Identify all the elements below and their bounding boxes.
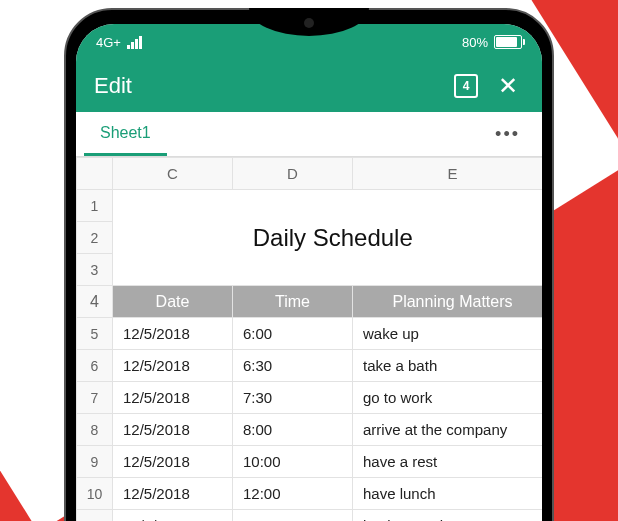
- column-header[interactable]: C: [113, 158, 233, 190]
- table-row: 1 Daily Schedule: [77, 190, 543, 222]
- sheet-title-cell[interactable]: Daily Schedule: [113, 190, 543, 286]
- battery-icon: [494, 35, 522, 49]
- table-row: 5 12/5/2018 6:00 wake up: [77, 318, 543, 350]
- header-matters[interactable]: Planning Matters: [353, 286, 543, 318]
- row-header[interactable]: 5: [77, 318, 113, 350]
- signal-icon: [127, 36, 142, 49]
- cell-date[interactable]: 12/5/2018: [113, 318, 233, 350]
- corner-cell[interactable]: [77, 158, 113, 190]
- row-header[interactable]: 1: [77, 190, 113, 222]
- tab-count-button[interactable]: 4: [450, 70, 482, 102]
- cell-matters[interactable]: take a bath: [353, 350, 543, 382]
- row-header[interactable]: 4: [77, 286, 113, 318]
- table-row: 10 12/5/2018 12:00 have lunch: [77, 478, 543, 510]
- phone-screen: 4G+ 80% Edit 4 ✕ Sheet1 •••: [76, 24, 542, 521]
- header-title: Edit: [94, 73, 440, 99]
- row-header[interactable]: 7: [77, 382, 113, 414]
- battery-label: 80%: [462, 35, 488, 50]
- cell-time[interactable]: 7:30: [233, 382, 353, 414]
- cell-matters[interactable]: go to work: [353, 382, 543, 414]
- column-header[interactable]: E: [353, 158, 543, 190]
- cell-time[interactable]: 8:00: [233, 414, 353, 446]
- table-row: 7 12/5/2018 7:30 go to work: [77, 382, 543, 414]
- close-icon: ✕: [498, 74, 518, 98]
- cell-matters[interactable]: arrive at the company: [353, 414, 543, 446]
- cell-matters[interactable]: have lunch: [353, 478, 543, 510]
- cell-time[interactable]: 10:00: [233, 446, 353, 478]
- cell-time[interactable]: 6:30: [233, 350, 353, 382]
- cell-date[interactable]: 12/5/2018: [113, 478, 233, 510]
- table-row: 11 12/5/2018 13:00 back to work: [77, 510, 543, 522]
- cell-matters[interactable]: have a rest: [353, 446, 543, 478]
- table-header-row: 4 Date Time Planning Matters: [77, 286, 543, 318]
- cell-time[interactable]: 12:00: [233, 478, 353, 510]
- cell-date[interactable]: 12/5/2018: [113, 382, 233, 414]
- cell-date[interactable]: 12/5/2018: [113, 350, 233, 382]
- app-header: Edit 4 ✕: [76, 60, 542, 112]
- more-icon: •••: [495, 124, 520, 145]
- sheet-tab-bar: Sheet1 •••: [76, 112, 542, 157]
- header-time[interactable]: Time: [233, 286, 353, 318]
- spreadsheet-grid[interactable]: C D E 1 Daily Schedule 2 3: [76, 157, 542, 521]
- table-row: 8 12/5/2018 8:00 arrive at the company: [77, 414, 543, 446]
- row-header[interactable]: 9: [77, 446, 113, 478]
- sheet-tab-active[interactable]: Sheet1: [84, 112, 167, 156]
- cell-time[interactable]: 13:00: [233, 510, 353, 522]
- cell-date[interactable]: 12/5/2018: [113, 510, 233, 522]
- row-header[interactable]: 3: [77, 254, 113, 286]
- header-date[interactable]: Date: [113, 286, 233, 318]
- close-button[interactable]: ✕: [492, 70, 524, 102]
- column-header[interactable]: D: [233, 158, 353, 190]
- cell-matters[interactable]: wake up: [353, 318, 543, 350]
- phone-frame: 4G+ 80% Edit 4 ✕ Sheet1 •••: [64, 8, 554, 521]
- tab-count-badge: 4: [454, 74, 478, 98]
- table-row: 6 12/5/2018 6:30 take a bath: [77, 350, 543, 382]
- column-header-row: C D E: [77, 158, 543, 190]
- cell-matters[interactable]: back to work: [353, 510, 543, 522]
- row-header[interactable]: 10: [77, 478, 113, 510]
- row-header[interactable]: 6: [77, 350, 113, 382]
- cell-date[interactable]: 12/5/2018: [113, 414, 233, 446]
- cell-time[interactable]: 6:00: [233, 318, 353, 350]
- table-row: 9 12/5/2018 10:00 have a rest: [77, 446, 543, 478]
- cell-date[interactable]: 12/5/2018: [113, 446, 233, 478]
- network-label: 4G+: [96, 35, 121, 50]
- more-button[interactable]: •••: [481, 112, 534, 156]
- row-header[interactable]: 8: [77, 414, 113, 446]
- row-header[interactable]: 11: [77, 510, 113, 522]
- row-header[interactable]: 2: [77, 222, 113, 254]
